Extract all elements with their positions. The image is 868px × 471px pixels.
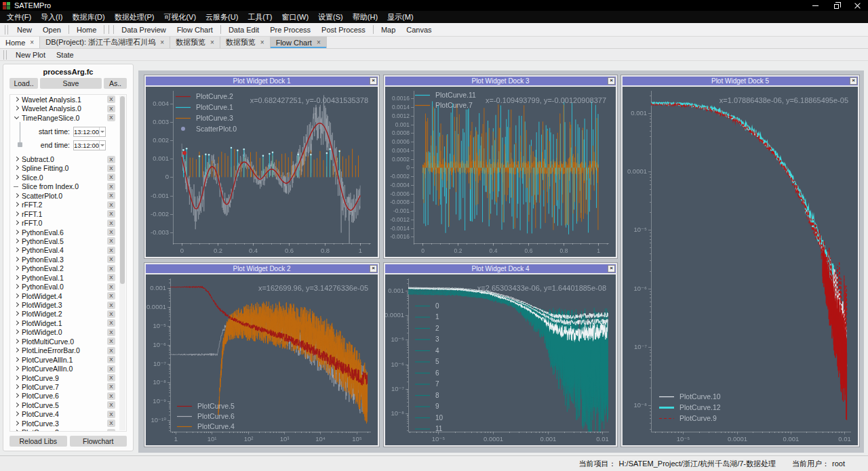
chevron-right-icon[interactable] [14,338,20,345]
chevron-right-icon[interactable] [14,356,20,363]
tab-home[interactable]: Home× [0,37,40,48]
tree-item-rfft-0[interactable]: rFFT.0X [10,218,126,227]
restore-button[interactable] [826,0,847,11]
tab-close-icon[interactable]: × [30,39,34,46]
menu-item-display[interactable]: 显示(M) [382,12,418,22]
save-button[interactable]: Save [40,78,102,89]
remove-node-button[interactable]: X [107,356,115,363]
remove-node-button[interactable]: X [107,374,115,382]
remove-node-button[interactable]: X [107,165,115,172]
chevron-right-icon[interactable] [14,302,20,308]
tree-item-plotmulticurve-0[interactable]: PlotMultiCurve.0X [10,337,126,346]
chevron-right-icon[interactable] [14,96,20,103]
dock-titlebar[interactable]: Plot Widget Dock 2× [146,264,378,273]
tree-item-plotcurve-3[interactable]: PlotCurve.3X [10,419,126,428]
subtoolbar-new-plot[interactable]: New Plot [10,51,51,59]
chevron-right-icon[interactable] [14,105,20,112]
remove-node-button[interactable]: X [107,392,115,400]
toolbar-button-map[interactable]: Map [376,26,401,34]
toolbar-button-data-preview[interactable]: Data Preview [116,26,171,34]
time-spinner-button[interactable] [99,141,105,150]
chevron-down-icon[interactable] [14,115,20,121]
chevron-right-icon[interactable] [14,274,20,281]
remove-node-button[interactable]: X [107,292,115,300]
menu-item-settings[interactable]: 设置(S) [313,12,348,22]
remove-node-button[interactable]: X [107,411,115,418]
tree-item-pythoneval-4[interactable]: PythonEval.4X [10,246,126,255]
remove-node-button[interactable]: X [107,347,115,354]
remove-node-button[interactable]: X [107,310,115,318]
menu-item-file[interactable]: 文件(F) [2,12,36,22]
dock-titlebar[interactable]: Plot Widget Dock 5× [623,77,858,85]
tab-data-preview-1[interactable]: 数据预览× [170,37,220,48]
tree-item-pythoneval-3[interactable]: PythonEval.3X [10,255,126,264]
toolbar-button-flow-chart[interactable]: Flow Chart [172,26,218,34]
chevron-right-icon[interactable] [14,283,20,290]
chevron-right-icon[interactable] [14,211,20,218]
dock-close-button[interactable]: × [608,77,615,85]
tree-item-pythoneval-5[interactable]: PythonEval.5X [10,237,126,245]
remove-node-button[interactable]: X [107,255,115,263]
toolbar-button-data-edit[interactable]: Data Edit [223,26,264,34]
tree-item-plotwidget-2[interactable]: PlotWidget.2X [10,310,126,319]
flowchart-button[interactable]: Flowchart [70,436,127,447]
remove-node-button[interactable]: X [107,105,115,112]
chevron-right-icon[interactable] [14,411,20,417]
tree-item-time-range-slice-0[interactable]: TimeRangeSlice.0X [10,113,126,122]
remove-node-button[interactable]: X [107,365,115,373]
remove-node-button[interactable]: X [107,173,115,181]
save-as-button[interactable]: As.. [104,78,127,89]
tab-close-icon[interactable]: × [260,39,264,46]
toolbar-button-new[interactable]: New [12,26,37,34]
tree-item-plotwidget-3[interactable]: PlotWidget.3X [10,300,126,309]
tab-data-preview-2[interactable]: 数据预览× [220,37,271,48]
tree-item-subtract-0[interactable]: Subtract.0X [10,155,126,163]
menu-item-import[interactable]: 导入(I) [36,12,67,22]
remove-node-button[interactable]: X [107,96,115,103]
tab-flow-chart[interactable]: Flow Chart× [271,37,327,48]
chevron-right-icon[interactable] [14,156,20,163]
chevron-right-icon[interactable] [14,310,20,317]
tree-item-plotlineerrorbar-0[interactable]: PlotLineErrorBar.0X [10,346,126,355]
remove-node-button[interactable]: X [107,192,115,199]
dock-titlebar[interactable]: Plot Widget Dock 3× [385,77,616,85]
remove-node-button[interactable]: X [107,319,115,327]
toolbar-button-post-process[interactable]: Post Process [316,26,371,34]
tree-item-plotwidget-1[interactable]: PlotWidget.1X [10,319,126,327]
tree-scrollbar[interactable] [119,96,125,430]
remove-node-button[interactable]: X [107,302,115,309]
tab-close-icon[interactable]: × [210,39,214,46]
plot-canvas-dock-2[interactable] [146,274,378,445]
remove-node-button[interactable]: X [107,156,115,163]
tree-item-spline-fitting-0[interactable]: Spline Fitting.0X [10,164,126,173]
remove-node-button[interactable]: X [107,237,115,245]
menu-item-database[interactable]: 数据库(D) [67,12,109,22]
chevron-right-icon[interactable] [14,247,20,253]
tree-item-slice-from-index-0[interactable]: Slice from Index.0X [10,182,126,191]
chevron-right-icon[interactable] [14,365,20,372]
tree-item-pythoneval-0[interactable]: PythonEval.0X [10,282,126,291]
remove-node-button[interactable]: X [107,274,115,281]
chevron-right-icon[interactable] [14,402,20,409]
start-time-input[interactable]: 13:12:00 [73,127,106,137]
toolbar-button-canvas[interactable]: Canvas [401,26,437,34]
tree-item-plotwidget-0[interactable]: PlotWidget.0X [10,328,126,337]
chevron-right-icon[interactable] [14,293,20,300]
chevron-right-icon[interactable] [14,220,20,226]
toolbar-button-open[interactable]: Open [37,26,66,34]
remove-node-button[interactable]: X [107,210,115,218]
chevron-right-icon[interactable] [14,375,20,382]
toolbar-button-pre-process[interactable]: Pre Process [264,26,316,34]
tree-item-pythoneval-1[interactable]: PythonEval.1X [10,273,126,282]
chevron-right-icon[interactable] [14,420,20,427]
toolbar-button-home[interactable]: Home [71,26,102,34]
menu-item-help[interactable]: 帮助(H) [348,12,382,22]
dock-titlebar[interactable]: Plot Widget Dock 4× [385,264,616,273]
tab-close-icon[interactable]: × [160,39,164,46]
remove-node-button[interactable]: X [107,419,115,427]
plot-canvas-dock-1[interactable] [146,87,378,257]
chevron-right-icon[interactable] [14,256,20,263]
menu-item-tools[interactable]: 工具(T) [243,12,277,22]
chevron-right-icon[interactable] [14,165,20,171]
plot-canvas-dock-4[interactable] [385,274,616,445]
